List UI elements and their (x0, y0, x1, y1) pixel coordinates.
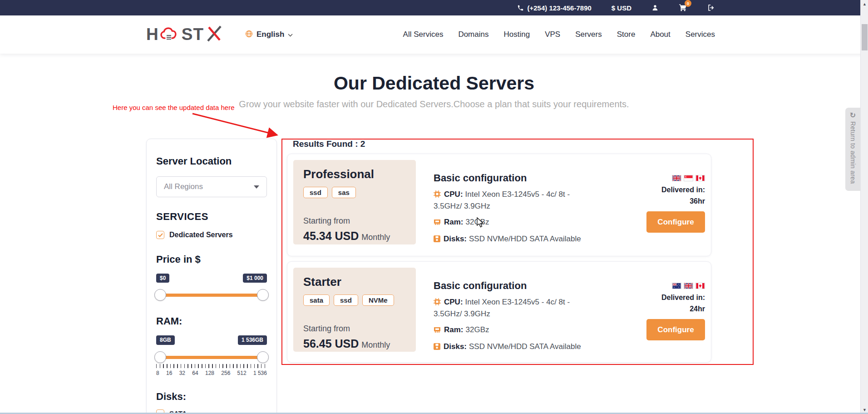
spec-label: CPU: (444, 298, 463, 306)
nav-domains[interactable]: Domains (458, 30, 488, 39)
starting-from-label: Starting from (303, 324, 409, 334)
ram-tick: 512 (237, 370, 247, 376)
ram-tick: 64 (192, 370, 198, 376)
spec-label: Ram: (444, 218, 464, 226)
chevron-down-icon (288, 30, 293, 39)
nav-hosting[interactable]: Hosting (503, 30, 530, 39)
spec-value: SSD NVMe/HDD SATA Available (469, 342, 581, 351)
ram-tick: 32 (179, 370, 185, 376)
cloud-server-icon (159, 25, 181, 44)
ram-tick: 16 (166, 370, 172, 376)
brand-logo[interactable]: H ST (146, 25, 223, 45)
nav-services[interactable]: Services (686, 30, 715, 39)
brand-x-icon (205, 25, 223, 45)
region-select[interactable]: All Regions (156, 176, 267, 197)
dedicated-servers-label: Dedicated Servers (169, 231, 233, 239)
spec-label: CPU: (444, 190, 463, 199)
cpu-icon (434, 298, 441, 309)
delivered-in-label: Delivered in: (661, 294, 705, 302)
annotation-note: Here you can see the updated data here (113, 104, 235, 111)
dedicated-servers-checkbox-row[interactable]: Dedicated Servers (156, 231, 267, 239)
logout-icon (707, 4, 715, 11)
cart-button[interactable]: 0 (679, 4, 687, 12)
ram-max-badge: 1 536GB (238, 335, 267, 344)
spec-label: Disks: (444, 234, 467, 243)
plan-name: Professional (303, 167, 409, 181)
configure-button[interactable]: Configure (646, 319, 705, 340)
price-min-badge: $0 (156, 274, 169, 283)
page-title: Our Dedicated Servers (0, 73, 868, 94)
starting-from-label: Starting from (303, 216, 409, 226)
services-title: SERVICES (156, 211, 267, 223)
flag-uk-icon (672, 175, 681, 181)
phone-contact[interactable]: (+254) 123-456-7890 (517, 4, 591, 12)
spec-row-ram: Ram:32GBz (434, 217, 590, 229)
configure-button[interactable]: Configure (646, 211, 705, 233)
disk-icon (434, 342, 440, 353)
user-icon (651, 4, 659, 11)
results-count: Results Found : 2 (293, 139, 365, 149)
main-header: H ST English (0, 15, 868, 54)
delivered-time: 24hr (690, 305, 705, 313)
currency-label: $ USD (612, 4, 631, 12)
ram-slider-handle-max[interactable] (257, 351, 269, 363)
logout-button[interactable] (707, 4, 715, 11)
plan-badge: ssd (334, 294, 358, 306)
phone-number: (+254) 123-456-7890 (527, 4, 591, 12)
price-slider: $0 $1 000 (156, 274, 267, 301)
scroll-down-arrow-icon[interactable]: ▼ (861, 408, 868, 412)
nav-vps[interactable]: VPS (545, 30, 560, 39)
flag-canada-icon (695, 283, 705, 289)
config-column: Basic configuration CPU:Intel Xeon E3-12… (434, 268, 590, 356)
nav-servers[interactable]: Servers (575, 30, 602, 39)
phone-icon (517, 5, 524, 11)
server-card-professional: Professional ssd sas Starting from 45.34… (287, 154, 711, 256)
price-filter-title: Price in $ (156, 254, 267, 265)
price-slider-handle-max[interactable] (257, 289, 269, 301)
nav-all-services[interactable]: All Services (403, 30, 444, 39)
delivered-time: 36hr (690, 197, 705, 205)
select-chevron-icon (254, 185, 259, 189)
spec-row-disks: Disks:SSD NVMe/HDD SATA Available (434, 234, 590, 245)
ram-min-badge: 8GB (156, 335, 175, 344)
ram-icon (434, 325, 441, 336)
filters-sidebar: Server Location All Regions SERVICES Ded… (146, 139, 277, 414)
account-button[interactable] (651, 4, 659, 11)
brand-text-h: H (146, 25, 159, 44)
price-slider-handle-min[interactable] (154, 289, 166, 301)
scroll-up-arrow-icon[interactable]: ▲ (861, 2, 868, 6)
globe-icon (245, 30, 253, 40)
plan-panel: Professional ssd sas Starting from 45.34… (293, 160, 416, 244)
language-dropdown[interactable]: English (245, 30, 293, 40)
ram-slider-handle-min[interactable] (154, 351, 166, 363)
price-slider-track[interactable] (156, 294, 267, 297)
delivery-column: Delivered in: 24hr Configure (636, 268, 705, 356)
page-scrollbar[interactable]: ▲ ▼ (860, 0, 868, 414)
spec-label: Ram: (444, 325, 464, 334)
flag-australia-icon (672, 283, 681, 289)
checkbox-checked-icon[interactable] (156, 231, 164, 239)
spec-row-ram: Ram:32GBz (434, 324, 590, 336)
price-amount: 45.34 USD (303, 229, 359, 242)
ram-tick: 8 (156, 370, 159, 376)
brand-text-st: ST (182, 25, 204, 44)
return-icon: ↻ (850, 112, 856, 119)
disk-icon (434, 234, 440, 245)
currency-selector[interactable]: $ USD (612, 4, 631, 12)
region-selected-value: All Regions (164, 182, 203, 191)
ram-tick-labels: 8 16 32 64 128 256 512 1 536 (156, 370, 267, 376)
ram-icon (434, 218, 441, 229)
cpu-icon (434, 190, 441, 201)
nav-store[interactable]: Store (617, 30, 636, 39)
ram-slider: 8GB 1 536GB 8 16 32 64 128 256 512 1 536 (156, 335, 267, 376)
nav-about[interactable]: About (650, 30, 670, 39)
ram-slider-ruler (156, 364, 267, 368)
delivered-in-label: Delivered in: (661, 186, 705, 194)
return-to-admin-tab[interactable]: ↻ Return to admin area (845, 108, 860, 191)
ram-slider-track[interactable] (156, 356, 267, 359)
delivery-column: Delivered in: 36hr Configure (636, 160, 705, 250)
scrollbar-thumb[interactable] (862, 24, 868, 50)
flag-singapore-icon (684, 175, 693, 181)
spec-label: Disks: (444, 342, 467, 351)
topbar: (+254) 123-456-7890 $ USD 0 (0, 0, 868, 15)
